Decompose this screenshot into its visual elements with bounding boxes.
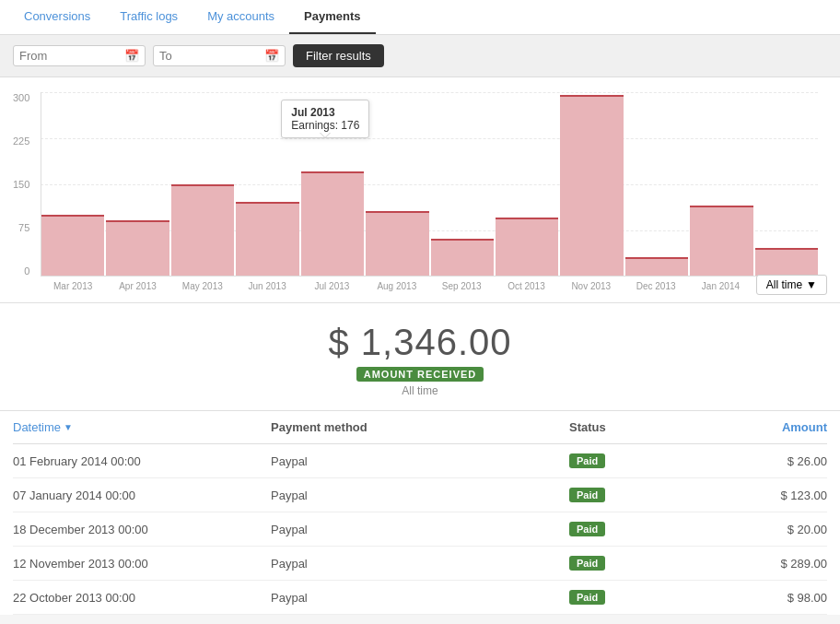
bar: [301, 171, 364, 276]
bar-col[interactable]: [431, 92, 494, 276]
sort-arrow-icon: ▼: [64, 422, 73, 432]
to-calendar-icon[interactable]: 📅: [264, 49, 279, 63]
y-label: 150: [13, 179, 29, 190]
paid-badge: Paid: [569, 453, 605, 468]
amount-received-badge: AMOUNT RECEIVED: [356, 367, 484, 382]
payments-table: Datetime ▼ Payment method Status Amount …: [0, 411, 840, 615]
bar: [366, 211, 428, 276]
paid-badge: Paid: [569, 556, 605, 571]
bar-col[interactable]: [366, 92, 428, 276]
x-label: Nov 2013: [559, 277, 624, 295]
dropdown-arrow-icon: ▼: [806, 278, 817, 291]
bar-col[interactable]: [755, 92, 818, 276]
filter-results-button[interactable]: Filter results: [293, 44, 384, 67]
bar: [690, 206, 752, 276]
bar: [236, 202, 298, 276]
row-status: Paid: [569, 556, 717, 571]
bar: [625, 257, 688, 276]
bars-area: [41, 92, 818, 277]
tab-bar: ConversionsTraffic logsMy accountsPaymen…: [0, 0, 840, 35]
row-method: Paypal: [271, 591, 569, 605]
x-label: Aug 2013: [365, 277, 429, 295]
table-row: 22 October 2013 00:00PaypalPaid$ 98.00: [13, 581, 827, 615]
bar: [496, 218, 558, 276]
row-amount: $ 123.00: [717, 489, 827, 502]
row-datetime: 07 January 2014 00:00: [13, 489, 271, 502]
all-time-label: All time: [766, 278, 802, 291]
to-input-wrap: 📅: [153, 45, 286, 66]
bar: [171, 184, 234, 277]
filter-bar: 📅 📅 Filter results: [0, 35, 840, 77]
bar: [560, 95, 623, 276]
row-amount: $ 20.00: [717, 523, 827, 536]
x-labels: Mar 2013Apr 2013May 2013Jun 2013Jul 2013…: [41, 277, 818, 295]
tab-conversions[interactable]: Conversions: [9, 0, 105, 34]
bar-col[interactable]: [41, 92, 104, 276]
row-datetime: 22 October 2013 00:00: [13, 591, 271, 605]
bar: [431, 239, 494, 276]
row-method: Paypal: [271, 489, 569, 502]
chart-section: 300225150750 Mar 2013Apr 2013May 2013Jun…: [0, 77, 840, 303]
x-label: Sep 2013: [429, 277, 494, 295]
row-amount: $ 26.00: [717, 454, 827, 468]
x-label: Jul 2013: [299, 277, 364, 295]
table-rows: 01 February 2014 00:00PaypalPaid$ 26.000…: [13, 444, 827, 615]
bar-col[interactable]: [496, 92, 558, 276]
y-axis: 300225150750: [13, 92, 33, 277]
bar-col[interactable]: [690, 92, 752, 276]
bar-col[interactable]: [301, 92, 364, 276]
tab-traffic-logs[interactable]: Traffic logs: [105, 0, 192, 34]
bar-col[interactable]: [625, 92, 688, 276]
row-datetime: 18 December 2013 00:00: [13, 523, 271, 536]
bar: [41, 215, 104, 276]
row-status: Paid: [569, 453, 717, 468]
all-time-button[interactable]: All time ▼: [756, 275, 827, 295]
x-label: Apr 2013: [105, 277, 169, 295]
y-label: 0: [24, 265, 29, 277]
from-input[interactable]: [19, 49, 121, 63]
table-row: 18 December 2013 00:00PaypalPaid$ 20.00: [13, 512, 827, 547]
y-label: 75: [18, 222, 29, 233]
bar: [106, 220, 169, 276]
summary-section: $ 1,346.00 AMOUNT RECEIVED All time: [0, 303, 840, 411]
x-label: Jun 2013: [235, 277, 299, 295]
y-label: 225: [13, 135, 29, 147]
row-datetime: 01 February 2014 00:00: [13, 454, 271, 468]
bar-col[interactable]: [560, 92, 623, 276]
x-label: Oct 2013: [494, 277, 558, 295]
from-input-wrap: 📅: [13, 45, 146, 66]
x-label: May 2013: [170, 277, 235, 295]
x-label: Dec 2013: [624, 277, 688, 295]
chart-wrap: 300225150750 Mar 2013Apr 2013May 2013Jun…: [41, 92, 818, 295]
row-method: Paypal: [271, 557, 569, 571]
col-header-method: Payment method: [271, 420, 569, 434]
row-status: Paid: [569, 590, 717, 605]
row-status: Paid: [569, 488, 717, 502]
x-label: Mar 2013: [41, 277, 105, 295]
y-label: 300: [13, 92, 29, 103]
col-header-amount: Amount: [717, 420, 827, 434]
bar-col[interactable]: [236, 92, 298, 276]
row-method: Paypal: [271, 523, 569, 536]
row-amount: $ 98.00: [717, 591, 827, 605]
paid-badge: Paid: [569, 522, 605, 536]
row-amount: $ 289.00: [717, 557, 827, 571]
row-method: Paypal: [271, 454, 569, 468]
bar-col[interactable]: [106, 92, 169, 276]
table-row: 12 November 2013 00:00PaypalPaid$ 289.00: [13, 547, 827, 581]
tab-my-accounts[interactable]: My accounts: [192, 0, 289, 34]
paid-badge: Paid: [569, 488, 605, 502]
from-calendar-icon[interactable]: 📅: [124, 49, 139, 63]
tab-payments[interactable]: Payments: [289, 0, 375, 34]
to-input[interactable]: [159, 49, 261, 63]
bar: [755, 248, 818, 276]
col-header-datetime[interactable]: Datetime ▼: [13, 420, 271, 434]
total-amount: $ 1,346.00: [0, 322, 840, 363]
summary-period-label: All time: [0, 384, 840, 397]
row-datetime: 12 November 2013 00:00: [13, 557, 271, 571]
bar-col[interactable]: [171, 92, 234, 276]
table-header: Datetime ▼ Payment method Status Amount: [13, 411, 827, 444]
col-header-datetime-label: Datetime: [13, 420, 61, 434]
paid-badge: Paid: [569, 590, 605, 605]
table-row: 01 February 2014 00:00PaypalPaid$ 26.00: [13, 444, 827, 478]
